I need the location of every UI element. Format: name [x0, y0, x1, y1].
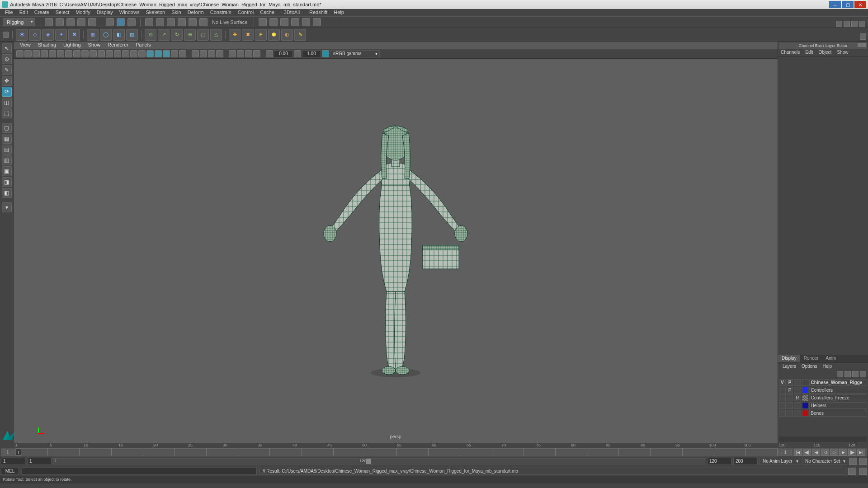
- tab-display[interactable]: Display: [778, 355, 800, 362]
- time-current[interactable]: 1: [778, 450, 792, 455]
- lasso-tool[interactable]: ⊙: [2, 54, 12, 64]
- menu-control[interactable]: Control: [235, 9, 257, 16]
- vp-exposure-value[interactable]: 0.00: [274, 50, 293, 57]
- layer-swatch[interactable]: [802, 387, 808, 394]
- character-set-dropdown[interactable]: No Character Set: [802, 458, 847, 465]
- move-layer-up-icon[interactable]: [837, 371, 843, 377]
- menu-help[interactable]: Help: [330, 9, 347, 16]
- select-object-icon[interactable]: [127, 18, 136, 26]
- hypershade-icon[interactable]: [291, 18, 299, 26]
- step-forward-key-button[interactable]: |▶: [848, 449, 856, 456]
- tab-anim[interactable]: Anim: [822, 355, 840, 362]
- blend-shape-icon[interactable]: ◧: [113, 29, 125, 41]
- render-view-icon[interactable]: [313, 18, 321, 26]
- time-slider[interactable]: 1 1 1 |◀ ◀| ◀ ◁ ▷ ▶ |▶ ▶|: [1, 448, 867, 456]
- layer-p[interactable]: [787, 402, 793, 409]
- vp-gamma-toggle-icon[interactable]: [208, 50, 215, 57]
- insert-joint-icon[interactable]: ✦: [55, 29, 67, 41]
- shelf-options-icon[interactable]: [860, 33, 866, 40]
- vp-menu-view[interactable]: View: [16, 42, 34, 49]
- outliner-layout[interactable]: ▣: [2, 166, 12, 176]
- panel-dock-icon[interactable]: [858, 43, 862, 47]
- lattice-icon[interactable]: ▦: [87, 29, 99, 41]
- render-icon[interactable]: [259, 18, 267, 26]
- detach-skin-icon[interactable]: ✖: [242, 29, 254, 41]
- vp-camera-icon[interactable]: [16, 50, 24, 57]
- mirror-weights-icon[interactable]: ◐: [281, 29, 293, 41]
- vp-grid-icon[interactable]: [57, 50, 64, 57]
- four-pane-layout[interactable]: ▦: [2, 134, 12, 144]
- vp-highlight-icon[interactable]: [216, 50, 223, 57]
- snap-plane-icon[interactable]: [178, 18, 186, 26]
- range-end-inner[interactable]: 120: [707, 458, 731, 465]
- range-thumb[interactable]: [366, 459, 371, 464]
- maximize-button[interactable]: ▢: [842, 1, 854, 8]
- autokey-icon[interactable]: [849, 458, 857, 465]
- cluster-icon[interactable]: ◯: [100, 29, 112, 41]
- go-end-button[interactable]: ▶|: [857, 449, 865, 456]
- vp-safe-action-icon[interactable]: [90, 50, 97, 57]
- open-scene-icon[interactable]: [56, 18, 64, 26]
- scale-tool[interactable]: ◫: [2, 98, 12, 108]
- vp-shadows-icon[interactable]: [138, 50, 146, 57]
- two-pane-layout-1[interactable]: ▤: [2, 145, 12, 155]
- aim-constraint-icon[interactable]: ↗: [158, 29, 170, 41]
- snap-view-icon[interactable]: [199, 18, 208, 26]
- tab-show[interactable]: Show: [834, 49, 851, 56]
- vp-lights-icon[interactable]: [130, 50, 137, 57]
- vp-menu-show[interactable]: Show: [85, 42, 104, 49]
- menu-3dtoall[interactable]: - 3DtoAll -: [278, 9, 306, 16]
- pole-vector-icon[interactable]: △: [210, 29, 222, 41]
- toggle-tool-icon[interactable]: [844, 21, 850, 27]
- save-scene-icon[interactable]: [66, 18, 75, 26]
- range-slider[interactable]: 1 120: [53, 458, 705, 465]
- layer-name[interactable]: Controllers: [809, 387, 867, 394]
- layer-swatch[interactable]: [802, 402, 808, 409]
- orient-constraint-icon[interactable]: ↻: [171, 29, 183, 41]
- layer-v[interactable]: [779, 387, 786, 394]
- parent-constraint-icon[interactable]: ⊕: [184, 29, 196, 41]
- menu-cache[interactable]: Cache: [257, 9, 278, 16]
- tab-edit[interactable]: Edit: [802, 49, 816, 56]
- step-back-button[interactable]: ◀: [812, 449, 820, 456]
- vp-xray-joints-icon[interactable]: [163, 50, 170, 57]
- persp-layout[interactable]: ◨: [2, 177, 12, 187]
- script-editor-icon[interactable]: [848, 468, 856, 475]
- layer-col-name[interactable]: Chinese_Woman_Rigge: [809, 379, 867, 386]
- vp-smooth-icon[interactable]: [114, 50, 121, 57]
- layer-r[interactable]: R: [794, 394, 801, 401]
- render-settings-icon[interactable]: [280, 18, 288, 26]
- layer-row[interactable]: P Controllers: [779, 387, 867, 394]
- menu-skeleton[interactable]: Skeleton: [142, 9, 168, 16]
- point-constraint-icon[interactable]: ⊙: [145, 29, 156, 41]
- range-start-outer[interactable]: 1: [1, 458, 25, 465]
- play-forward-button[interactable]: ▷: [830, 449, 838, 456]
- vp-dof-icon[interactable]: [192, 50, 199, 57]
- script-lang[interactable]: MEL: [1, 468, 19, 475]
- vp-gamma-icon[interactable]: [294, 50, 301, 57]
- select-hierarchy-icon[interactable]: [117, 18, 125, 26]
- shelf-tab-icon[interactable]: [3, 32, 9, 38]
- snap-point-icon[interactable]: [167, 18, 175, 26]
- undo-icon[interactable]: [77, 18, 85, 26]
- time-start[interactable]: 1: [1, 450, 14, 455]
- vp-menu-shading[interactable]: Shading: [34, 42, 60, 49]
- step-forward-button[interactable]: ▶: [839, 449, 847, 456]
- vp-exposure-icon[interactable]: [200, 50, 207, 57]
- graph-layout[interactable]: ◧: [2, 188, 12, 198]
- vp-menu-renderer[interactable]: Renderer: [104, 42, 132, 49]
- range-end-outer[interactable]: 200: [733, 458, 758, 465]
- layer-v[interactable]: [779, 394, 786, 401]
- snap-curve-icon[interactable]: [156, 18, 164, 26]
- menu-file[interactable]: File: [2, 9, 16, 16]
- vp-motion-blur-icon[interactable]: [179, 50, 186, 57]
- toggle-channel-icon[interactable]: [851, 21, 858, 27]
- layer-r[interactable]: [794, 387, 801, 394]
- minimize-button[interactable]: —: [829, 1, 841, 8]
- range-prefs-icon[interactable]: [859, 458, 867, 465]
- joint-tool-icon[interactable]: ✶: [16, 29, 28, 41]
- menu-select[interactable]: Select: [52, 9, 73, 16]
- menu-redshift[interactable]: Redshift: [306, 9, 330, 16]
- paint-select-tool[interactable]: ✎: [2, 65, 12, 75]
- layer-name[interactable]: Bones: [809, 410, 867, 417]
